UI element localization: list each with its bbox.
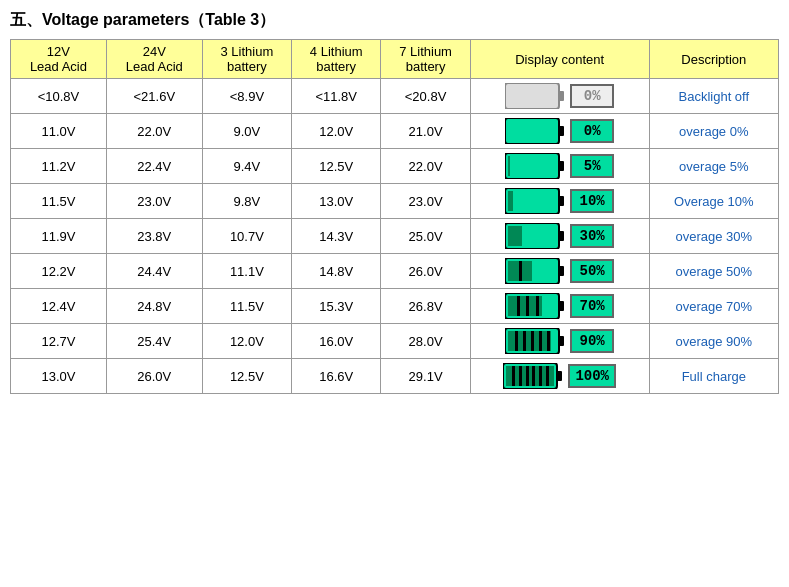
voltage-value: 14.8V — [292, 254, 381, 289]
svg-rect-1 — [559, 91, 564, 101]
voltage-value: 14.3V — [292, 219, 381, 254]
voltage-value: 26.0V — [381, 254, 470, 289]
svg-rect-32 — [557, 371, 562, 381]
voltage-value: <8.9V — [202, 79, 291, 114]
header-24v: 24VLead Acid — [106, 40, 202, 79]
header-desc: Description — [649, 40, 778, 79]
voltage-value: 12.5V — [292, 149, 381, 184]
voltage-value: 21.0V — [381, 114, 470, 149]
description-cell: overage 50% — [649, 254, 778, 289]
table-row: 12.2V24.4V11.1V14.8V26.0V 50% overage 50… — [11, 254, 779, 289]
voltage-value: 22.0V — [381, 149, 470, 184]
header-4li: 4 Lithiumbattery — [292, 40, 381, 79]
description-cell: Backlight off — [649, 79, 778, 114]
voltage-value: 15.3V — [292, 289, 381, 324]
header-12v: 12VLead Acid — [11, 40, 107, 79]
voltage-value: 11.5V — [11, 184, 107, 219]
svg-rect-3 — [559, 126, 564, 136]
voltage-value: <10.8V — [11, 79, 107, 114]
voltage-value: 11.9V — [11, 219, 107, 254]
svg-rect-2 — [505, 118, 559, 144]
description-cell: Full charge — [649, 359, 778, 394]
svg-rect-24 — [559, 336, 564, 346]
svg-rect-21 — [526, 296, 529, 316]
svg-rect-0 — [505, 83, 559, 109]
table-row: 11.2V22.4V9.4V12.5V22.0V 5% overage 5% — [11, 149, 779, 184]
description-cell: overage 30% — [649, 219, 778, 254]
voltage-value: 12.5V — [202, 359, 291, 394]
voltage-value: 12.4V — [11, 289, 107, 324]
voltage-value: 24.4V — [106, 254, 202, 289]
svg-rect-11 — [559, 231, 564, 241]
svg-rect-4 — [505, 153, 559, 179]
description-cell: overage 5% — [649, 149, 778, 184]
voltage-value: 10.7V — [202, 219, 291, 254]
svg-rect-25 — [508, 331, 551, 351]
display-cell: 0% — [470, 114, 649, 149]
voltage-value: 13.0V — [292, 184, 381, 219]
svg-rect-18 — [559, 301, 564, 311]
table-row: 12.7V25.4V12.0V16.0V28.0V 90% overage 90… — [11, 324, 779, 359]
svg-rect-7 — [505, 188, 559, 214]
display-cell: 50% — [470, 254, 649, 289]
display-cell: 30% — [470, 219, 649, 254]
voltage-value: 12.2V — [11, 254, 107, 289]
svg-rect-5 — [559, 161, 564, 171]
voltage-value: 12.7V — [11, 324, 107, 359]
svg-rect-9 — [508, 191, 513, 211]
table-row: 11.9V23.8V10.7V14.3V25.0V 30% overage 30… — [11, 219, 779, 254]
voltage-value: 23.8V — [106, 219, 202, 254]
voltage-value: 22.0V — [106, 114, 202, 149]
voltage-value: 26.8V — [381, 289, 470, 324]
voltage-value: 12.0V — [292, 114, 381, 149]
svg-rect-12 — [508, 226, 522, 246]
table-row: <10.8V<21.6V<8.9V<11.8V<20.8V 0% Backlig… — [11, 79, 779, 114]
svg-rect-22 — [536, 296, 539, 316]
table-row: 11.5V23.0V9.8V13.0V23.0V 10% Overage 10% — [11, 184, 779, 219]
voltage-value: 22.4V — [106, 149, 202, 184]
voltage-value: 9.0V — [202, 114, 291, 149]
voltage-value: 11.5V — [202, 289, 291, 324]
description-cell: overage 90% — [649, 324, 778, 359]
page-title: 五、Voltage parameters（Table 3） — [10, 10, 779, 31]
description-cell: overage 70% — [649, 289, 778, 324]
voltage-value: 23.0V — [381, 184, 470, 219]
svg-rect-36 — [526, 366, 529, 386]
svg-rect-30 — [547, 331, 550, 351]
display-cell: 5% — [470, 149, 649, 184]
voltage-value: 29.1V — [381, 359, 470, 394]
svg-rect-35 — [519, 366, 522, 386]
voltage-value: 25.0V — [381, 219, 470, 254]
voltage-value: <11.8V — [292, 79, 381, 114]
svg-rect-6 — [508, 156, 510, 176]
voltage-value: 24.8V — [106, 289, 202, 324]
svg-rect-28 — [531, 331, 534, 351]
svg-rect-20 — [517, 296, 520, 316]
voltage-value: 9.8V — [202, 184, 291, 219]
svg-rect-34 — [512, 366, 515, 386]
voltage-value: 16.6V — [292, 359, 381, 394]
voltage-value: 16.0V — [292, 324, 381, 359]
svg-rect-37 — [532, 366, 535, 386]
voltage-value: 25.4V — [106, 324, 202, 359]
display-cell: 90% — [470, 324, 649, 359]
voltage-table: 12VLead Acid 24VLead Acid 3 Lithiumbatte… — [10, 39, 779, 394]
svg-rect-27 — [523, 331, 526, 351]
display-cell: 70% — [470, 289, 649, 324]
display-cell: 100% — [470, 359, 649, 394]
voltage-value: 11.2V — [11, 149, 107, 184]
table-row: 11.0V22.0V9.0V12.0V21.0V 0% overage 0% — [11, 114, 779, 149]
voltage-value: 11.1V — [202, 254, 291, 289]
svg-rect-26 — [515, 331, 518, 351]
voltage-value: <20.8V — [381, 79, 470, 114]
voltage-value: 28.0V — [381, 324, 470, 359]
voltage-value: 23.0V — [106, 184, 202, 219]
svg-rect-29 — [539, 331, 542, 351]
voltage-value: 11.0V — [11, 114, 107, 149]
description-cell: Overage 10% — [649, 184, 778, 219]
voltage-value: 12.0V — [202, 324, 291, 359]
svg-rect-16 — [519, 261, 522, 281]
svg-rect-8 — [559, 196, 564, 206]
table-row: 12.4V24.8V11.5V15.3V26.8V 70% overage 70… — [11, 289, 779, 324]
voltage-value: 13.0V — [11, 359, 107, 394]
